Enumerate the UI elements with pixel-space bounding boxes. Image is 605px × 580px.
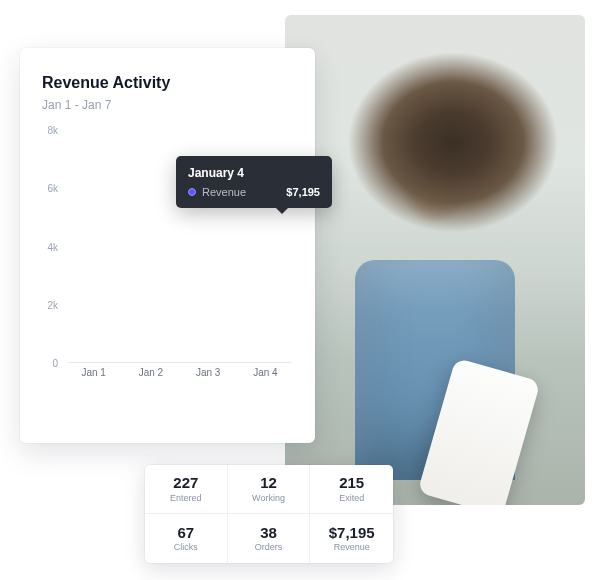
stat-value: 12 [260, 475, 277, 492]
y-axis: 02k4k6k8k [38, 130, 62, 363]
stat-value: 67 [177, 525, 194, 542]
x-tick-label: Jan 1 [74, 367, 113, 385]
tooltip-value: $7,195 [286, 186, 320, 198]
stat-cell: $7,195Revenue [310, 514, 393, 563]
x-tick-label: Jan 4 [246, 367, 285, 385]
stat-value: 38 [260, 525, 277, 542]
stat-value: 227 [173, 475, 198, 492]
tooltip-series-label: Revenue [202, 186, 246, 198]
series-color-dot-icon [188, 188, 196, 196]
y-tick-label: 6k [38, 183, 58, 194]
chart-tooltip: January 4 Revenue $7,195 [176, 156, 332, 208]
stat-value: 215 [339, 475, 364, 492]
stat-cell: 38Orders [228, 514, 311, 563]
stat-label: Orders [255, 542, 283, 552]
tooltip-title: January 4 [188, 166, 320, 180]
tooltip-row: Revenue $7,195 [188, 186, 320, 198]
chart-title: Revenue Activity [42, 74, 291, 92]
y-tick-label: 2k [38, 299, 58, 310]
chart-subtitle: Jan 1 - Jan 7 [42, 98, 291, 112]
x-tick-label: Jan 3 [189, 367, 228, 385]
stats-card: 227Entered12Working215Exited67Clicks38Or… [145, 465, 393, 563]
stat-label: Working [252, 493, 285, 503]
stat-cell: 67Clicks [145, 514, 228, 563]
x-axis-labels: Jan 1Jan 2Jan 3Jan 4 [68, 367, 291, 385]
stat-cell: 12Working [228, 465, 311, 514]
stat-label: Entered [170, 493, 202, 503]
stat-label: Revenue [334, 542, 370, 552]
x-tick-label: Jan 2 [131, 367, 170, 385]
hero-photo [285, 15, 585, 505]
y-tick-label: 0 [38, 358, 58, 369]
revenue-chart-card: Revenue Activity Jan 1 - Jan 7 02k4k6k8k… [20, 48, 315, 443]
y-tick-label: 8k [38, 125, 58, 136]
stat-label: Clicks [174, 542, 198, 552]
stat-cell: 215Exited [310, 465, 393, 514]
stat-value: $7,195 [329, 525, 375, 542]
y-tick-label: 4k [38, 241, 58, 252]
stat-label: Exited [339, 493, 364, 503]
stat-cell: 227Entered [145, 465, 228, 514]
